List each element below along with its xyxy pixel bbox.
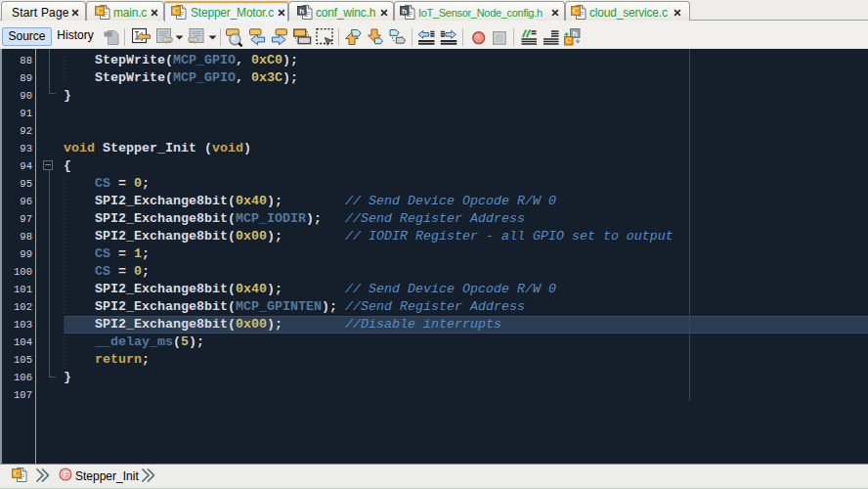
svg-text:C: C: [14, 468, 21, 478]
svg-text:h: h: [299, 7, 304, 16]
svg-text:h: h: [402, 7, 407, 16]
svg-text:h: h: [573, 29, 578, 38]
svg-text:C: C: [566, 36, 572, 45]
svg-text:C: C: [173, 6, 180, 16]
svg-text:F: F: [63, 469, 67, 479]
svg-text:C: C: [573, 6, 580, 16]
svg-text:C: C: [97, 6, 104, 16]
